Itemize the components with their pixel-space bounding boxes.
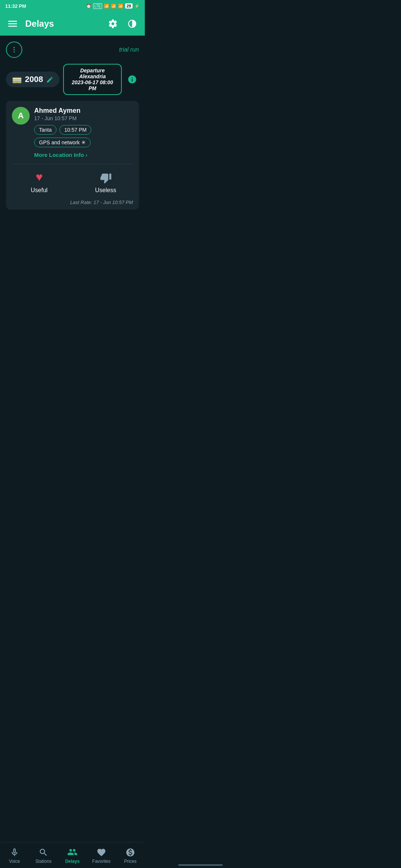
- app-bar-icons: [106, 17, 139, 30]
- report-time: 17 - Jun 10:57 PM: [34, 115, 133, 121]
- useless-label: Useless: [95, 187, 116, 194]
- tag-time: 10:57 PM: [59, 125, 91, 135]
- heart-icon: ♥: [36, 170, 43, 184]
- svg-point-4: [13, 49, 14, 50]
- wifi-icon: 📶: [118, 4, 123, 9]
- app-bar: Delays: [0, 12, 145, 36]
- reporter-name: Ahmed Aymen: [34, 107, 133, 115]
- tag-gps: GPS and network ✳: [34, 138, 91, 147]
- departure-box[interactable]: Departure Alexandria 2023-06-17 08:00 PM: [63, 64, 122, 95]
- report-card: A Ahmed Aymen 17 - Jun 10:57 PM Tanta 10…: [6, 101, 139, 210]
- train-number: 2008: [25, 75, 43, 84]
- svg-rect-0: [8, 21, 17, 22]
- thumbs-down-icon: [100, 170, 112, 184]
- useful-button[interactable]: ♥ Useful: [6, 164, 72, 200]
- signal-icon-2: 📶: [111, 4, 116, 9]
- train-selector-row: 🚃 2008 Departure Alexandria 2023-06-17 0…: [6, 64, 139, 95]
- lte-icon: LTE: [93, 3, 102, 9]
- useful-label: Useful: [31, 187, 48, 194]
- svg-rect-1: [8, 23, 17, 24]
- info-button[interactable]: [125, 73, 139, 86]
- status-time: 11:32 PM: [5, 3, 26, 9]
- alarm-icon: ⏰: [86, 4, 91, 9]
- train-icon: 🚃: [12, 75, 22, 84]
- departure-title: Departure Alexandria: [68, 68, 117, 79]
- tags-row: Tanta 10:57 PM GPS and network ✳: [34, 125, 133, 147]
- more-options-button[interactable]: [6, 42, 22, 58]
- train-number-box[interactable]: 🚃 2008: [6, 72, 59, 87]
- menu-button[interactable]: [6, 17, 19, 30]
- settings-button[interactable]: [106, 17, 120, 30]
- trial-run-label: trial run: [119, 46, 139, 53]
- svg-point-3: [13, 47, 14, 48]
- status-icons: ⏰ LTE 📶 📶 📶 29 ⚡: [86, 3, 140, 9]
- signal-icon-1: 📶: [104, 4, 109, 9]
- chevron-right-icon: ›: [85, 152, 87, 158]
- report-header: A Ahmed Aymen 17 - Jun 10:57 PM Tanta 10…: [6, 101, 139, 164]
- report-info: Ahmed Aymen 17 - Jun 10:57 PM Tanta 10:5…: [34, 107, 133, 158]
- svg-point-5: [13, 51, 14, 52]
- edit-train-icon: [46, 75, 53, 83]
- avatar: A: [12, 107, 30, 125]
- status-bar: 11:32 PM ⏰ LTE 📶 📶 📶 29 ⚡: [0, 0, 145, 12]
- top-row: trial run: [6, 42, 139, 58]
- battery-indicator: 29: [125, 3, 133, 9]
- last-rate: Last Rate: 17 - Jun 10:57 PM: [6, 200, 139, 210]
- theme-toggle-button[interactable]: [125, 17, 139, 30]
- departure-date: 2023-06-17 08:00 PM: [68, 79, 117, 91]
- charging-icon: ⚡: [134, 4, 140, 9]
- useless-button[interactable]: Useless: [72, 164, 139, 200]
- page-title: Delays: [25, 19, 100, 29]
- main-content: trial run 🚃 2008 Departure Alexandria 20…: [0, 36, 145, 210]
- more-location-info-link[interactable]: More Location Info ›: [34, 152, 133, 158]
- svg-rect-2: [8, 26, 17, 27]
- rating-row: ♥ Useful Useless: [6, 164, 139, 200]
- tag-station: Tanta: [34, 125, 56, 135]
